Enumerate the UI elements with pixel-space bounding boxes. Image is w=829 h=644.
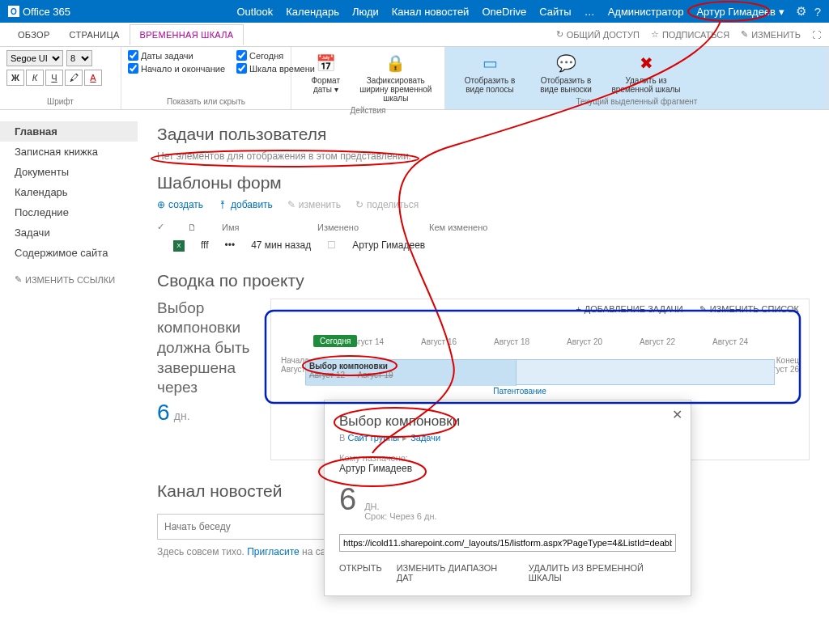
edit-links-button[interactable]: ✎ИЗМЕНИТЬ ССЫЛКИ [15, 274, 138, 285]
invite-link[interactable]: Пригласите [247, 546, 300, 557]
suite-nav: Outlook Календарь Люди Канал новостей On… [236, 6, 784, 18]
office-icon: O [8, 6, 19, 17]
gear-icon[interactable]: ⚙ [796, 4, 806, 19]
refresh-icon: ↻ [556, 29, 563, 40]
edit-button[interactable]: ✎ИЗМЕНИТЬ [741, 29, 801, 40]
task-bar-1[interactable]: Выбор компоновки Август 12 — Август 19 [306, 360, 517, 386]
callout-icon: 💬 [554, 52, 578, 74]
cell-modifiedby[interactable]: Артур Гимадеев [352, 239, 425, 251]
dateformat-button[interactable]: 📅Формат даты ▾ [298, 50, 354, 104]
sidebar-item-documents[interactable]: Документы [15, 162, 138, 182]
ribbon-tabs: ОБЗОР СТРАНИЦА ВРЕМЕННАЯ ШКАЛА ↻ОБЩИЙ ДО… [0, 23, 829, 47]
fontsize-select[interactable]: 8 [66, 50, 92, 66]
popup-breadcrumb: В Сайт группы▸Задачи [339, 433, 676, 443]
popup-remove-button[interactable]: УДАЛИТЬ ИЗ ВРЕМЕННОЙ ШКАЛЫ [529, 563, 676, 583]
group-font-label: Шрифт [6, 97, 114, 106]
bold-button[interactable]: Ж [6, 70, 24, 86]
group-show-label: Показать или скрыть [128, 97, 284, 106]
crumb-site[interactable]: Сайт группы [347, 433, 399, 443]
popup-title: Выбор компоновки [339, 413, 676, 430]
empty-message: Нет элементов для отображения в этом пре… [157, 150, 810, 162]
timeline[interactable]: Сегодня Август 14Август 16Август 18Авгус… [281, 337, 799, 396]
suite-bar: O Office 365 Outlook Календарь Люди Кана… [0, 0, 829, 23]
assigned-label: Кому назначено: [339, 453, 676, 463]
nav-calendar[interactable]: Календарь [286, 6, 339, 18]
popup-editrange-button[interactable]: ИЗМЕНИТЬ ДИАПАЗОН ДАТ [397, 563, 514, 583]
brand-text: Office 365 [23, 6, 70, 18]
task-callout-2[interactable]: Патентование [493, 387, 546, 396]
section-form-templates-title: Шаблоны форм [157, 173, 810, 193]
task-url-field[interactable] [339, 534, 676, 552]
nav-outlook[interactable]: Outlook [236, 6, 273, 18]
cell-name[interactable]: fff [201, 239, 209, 251]
tab-timeline[interactable]: ВРЕМЕННАЯ ШКАЛА [130, 24, 244, 45]
popup-actions: ОТКРЫТЬ ИЗМЕНИТЬ ДИАПАЗОН ДАТ УДАЛИТЬ ИЗ… [339, 563, 676, 583]
tab-page[interactable]: СТРАНИЦА [60, 25, 130, 44]
remove-icon: ✖ [634, 52, 658, 74]
col-check[interactable]: ✓ [157, 222, 172, 232]
edit-list-button[interactable]: ✎ ИЗМЕНИТЬ СПИСОК [699, 304, 799, 315]
sidebar-item-home[interactable]: Главная [0, 121, 138, 142]
share-button[interactable]: ↻ОБЩИЙ ДОСТУП [556, 29, 640, 40]
timeline-dates: Август 14Август 16Август 18Август 20Авгу… [329, 337, 767, 346]
nav-admin[interactable]: Администратор [608, 6, 684, 18]
suite-icons: ⚙ ? [796, 4, 821, 19]
nav-people[interactable]: Люди [352, 6, 379, 18]
share-item-button[interactable]: ↻поделиться [355, 199, 419, 210]
pencil-icon: ✎ [741, 29, 748, 40]
underline-button[interactable]: Ч [45, 70, 63, 86]
sidebar-item-recent[interactable]: Последние [15, 202, 138, 222]
sidebar-item-calendar[interactable]: Календарь [15, 182, 138, 202]
lockwidth-button[interactable]: 🔒Зафиксировать ширину временной шкалы [354, 50, 438, 104]
sidebar-item-tasks[interactable]: Задачи [15, 222, 138, 243]
sidebar-item-notebook[interactable]: Записная книжка [15, 142, 138, 162]
edit-item-button[interactable]: ✎изменить [287, 199, 341, 210]
follow-button[interactable]: ☆ПОДПИСАТЬСЯ [651, 29, 729, 40]
table-header: ✓ 🗋 Имя Изменено Кем изменено [157, 218, 810, 235]
sidebar-item-sitecontent[interactable]: Содержимое сайта [15, 243, 138, 263]
timeline-bar[interactable]: Выбор компоновки Август 12 — Август 19 П… [305, 359, 775, 385]
add-button[interactable]: ⭱добавить [218, 199, 273, 210]
nav-newsfeed[interactable]: Канал новостей [392, 6, 470, 18]
group-selection-label: Текущий выделенный фрагмент [452, 97, 822, 106]
crumb-tasks[interactable]: Задачи [410, 433, 440, 443]
nav-onedrive[interactable]: OneDrive [482, 6, 526, 18]
fontcolor-button[interactable]: А [84, 70, 102, 86]
close-button[interactable]: ✕ [672, 407, 682, 422]
nav-more[interactable]: … [585, 6, 595, 18]
bar-icon: ▭ [478, 52, 502, 74]
page-actions: ↻ОБЩИЙ ДОСТУП ☆ПОДПИСАТЬСЯ ✎ИЗМЕНИТЬ ⛶ [556, 29, 821, 40]
add-task-button[interactable]: + ДОБАВЛЕНИЕ ЗАДАЧИ [576, 304, 682, 315]
col-type-icon: 🗋 [188, 222, 206, 232]
chk-startend[interactable]: Начало и окончание [128, 63, 225, 74]
italic-button[interactable]: К [26, 70, 44, 86]
brand-logo[interactable]: O Office 365 [8, 6, 70, 18]
display-callout-button[interactable]: 💬Отобразить в виде выноски [528, 50, 604, 95]
chk-dates[interactable]: Даты задачи [128, 50, 225, 61]
remove-ts-button[interactable]: ✖Удалить из временной шкалы [604, 50, 688, 95]
display-bar-button[interactable]: ▭Отобразить в виде полосы [452, 50, 528, 95]
share-icon: ↻ [355, 199, 363, 210]
assigned-value: Артур Гимадеев [339, 463, 676, 474]
row-menu-button[interactable]: ••• [225, 239, 236, 251]
fullscreen-icon: ⛶ [812, 30, 821, 40]
section-user-tasks-title: Задачи пользователя [157, 125, 810, 144]
highlight-button[interactable]: 🖍 [65, 70, 83, 86]
col-modified[interactable]: Изменено [317, 222, 384, 232]
col-name[interactable]: Имя [222, 222, 270, 232]
tab-overview[interactable]: ОБЗОР [8, 25, 60, 44]
fullscreen-button[interactable]: ⛶ [812, 30, 821, 40]
excel-icon: X [173, 240, 185, 252]
create-button[interactable]: ⊕создать [157, 199, 203, 210]
list-toolbar: ⊕создать ⭱добавить ✎изменить ↻поделиться [157, 199, 810, 210]
popup-due: Срок: Через 6 дн. [364, 511, 436, 521]
table-row[interactable]: X fff ••• 47 мин назад ☐ Артур Гимадеев [157, 235, 810, 255]
col-modifiedby[interactable]: Кем изменено [429, 222, 487, 232]
popup-open-button[interactable]: ОТКРЫТЬ [339, 563, 382, 583]
nav-sites[interactable]: Сайты [539, 6, 571, 18]
font-select[interactable]: Segoe UI [6, 50, 63, 66]
pencil-icon: ✎ [15, 274, 22, 285]
user-menu[interactable]: Артур Гимадеев ▾ [696, 6, 784, 18]
help-icon[interactable]: ? [814, 5, 821, 19]
upload-icon: ⭱ [218, 199, 227, 210]
